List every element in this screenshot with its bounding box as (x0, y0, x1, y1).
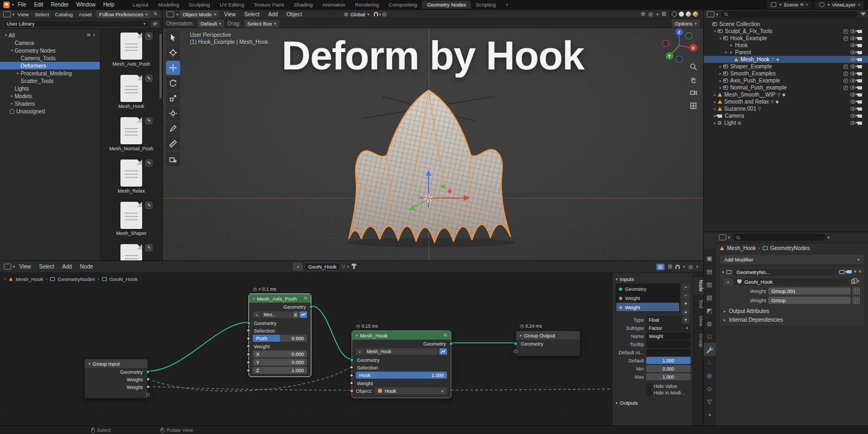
hide-eye-icon[interactable] (850, 100, 856, 104)
pan-view-icon[interactable] (688, 75, 698, 85)
transform-orientation-dropdown[interactable]: ◍ Global▾ (341, 10, 373, 18)
section-internal-dependencies[interactable]: ▸ Internal Dependencies (719, 315, 864, 324)
asset-browser-editor-icon[interactable] (3, 11, 11, 17)
tab-object-data-icon[interactable]: ▽ (704, 395, 716, 408)
max-field[interactable]: 1.000 (646, 373, 691, 380)
add-workspace-button[interactable]: + (501, 1, 514, 9)
clear-object-icon[interactable]: × (441, 388, 444, 394)
move-gizmo[interactable] (385, 164, 477, 219)
asset-menu-view[interactable]: View (15, 11, 31, 17)
socket-geometry-out[interactable] (146, 370, 150, 374)
import-method-dropdown[interactable]: Follow Preferences▾ (96, 10, 151, 18)
disable-render-icon[interactable] (858, 72, 862, 75)
socket-geometry-out[interactable] (309, 305, 313, 309)
add-modifier-button[interactable]: Add Modifier▾ (720, 255, 864, 264)
outliner-row-camera[interactable]: ▸Camera (704, 112, 868, 119)
io-item-geometry[interactable]: Geometry (616, 284, 679, 293)
hide-eye-icon[interactable] (850, 43, 856, 47)
hide-value-checkbox[interactable] (646, 384, 652, 389)
sidebar-tab-node[interactable]: Node (693, 277, 704, 295)
socket-virtual[interactable] (146, 393, 150, 397)
tool-add-primitive[interactable] (166, 152, 180, 166)
browse-nodetree-icon[interactable]: ▾ (293, 263, 303, 271)
select-menu[interactable]: Select (240, 11, 263, 17)
outliner-row-mesh-smooth-wip[interactable]: ▸Mesh_Smooth__WIP ▽ ◆ (704, 91, 868, 98)
hide-eye-icon[interactable] (850, 36, 856, 40)
proportional-editing-icon[interactable]: ◎ (382, 11, 387, 17)
collapse-chevron-icon[interactable]: ▾ (520, 334, 522, 337)
outputs-section-header[interactable]: ▾Outputs (616, 400, 691, 406)
show-render-icon[interactable] (847, 270, 852, 273)
unlink-nodetree-icon[interactable]: × (857, 279, 860, 284)
workspace-tab-geometry-nodes[interactable]: Geometry Nodes (422, 1, 471, 9)
node-menu-node[interactable]: Node (76, 264, 97, 270)
disable-render-icon[interactable] (858, 122, 862, 125)
object-field[interactable]: Hook × (375, 387, 447, 394)
disable-render-icon[interactable] (858, 93, 862, 97)
snap-chevron-icon[interactable]: ▾ (683, 265, 685, 269)
modifier-panel-header[interactable]: ▾ GeometryNo... ▾ × (719, 267, 864, 277)
menu-render[interactable]: Render (47, 2, 73, 8)
outliner-row-light[interactable]: ▸Light ◍ (704, 119, 868, 126)
asset-mesh-normal-push[interactable]: ✎ Mesh_Normal_Push (100, 117, 162, 159)
nodetree-name-field[interactable]: GeoN_Hook (304, 263, 340, 271)
disable-render-icon[interactable] (858, 58, 862, 61)
socket-object-in[interactable] (350, 389, 354, 393)
exclude-checkbox-icon[interactable]: ✓ (844, 65, 848, 69)
snap-chevron-icon[interactable]: ▾ (379, 12, 381, 16)
push-slider[interactable]: Push0.500 (253, 335, 307, 342)
viewlayer-unlink-icon[interactable]: × (858, 3, 860, 7)
tab-physics-icon[interactable]: ◎ (704, 369, 716, 382)
blender-logo-icon[interactable] (3, 2, 10, 8)
workspace-tab-compositing[interactable]: Compositing (384, 1, 422, 9)
exclude-checkbox-icon[interactable]: ✓ (844, 72, 848, 76)
edit-asset-icon[interactable]: ✎ (151, 10, 160, 18)
move-up-button[interactable]: ▴ (682, 308, 690, 315)
workspace-tab-modeling[interactable]: Modeling (153, 1, 184, 9)
add-menu[interactable]: Add (264, 11, 282, 17)
filter-chevron-icon[interactable]: ▾ (828, 235, 830, 239)
snap-magnet-icon[interactable] (675, 265, 680, 269)
attribute-toggle-icon[interactable] (853, 288, 860, 295)
outliner-row-sculpt-fix-tools[interactable]: ▾Sculpt_&_Fix_Tools ✓ (704, 28, 868, 35)
collapse-chevron-icon[interactable]: ▾ (253, 297, 255, 301)
light-data-icon[interactable]: ◍ (738, 121, 742, 125)
asset-menu-select[interactable]: Select (32, 11, 52, 17)
shading-wireframe-icon[interactable] (672, 11, 677, 17)
catalog-item-models[interactable]: ▸Models (0, 92, 100, 100)
orientation-dropdown[interactable]: Default▾ (197, 20, 225, 28)
node-snap-grid-icon[interactable]: ⊞ (668, 264, 672, 270)
unlink-icon[interactable]: × (347, 265, 349, 269)
disable-render-icon[interactable] (858, 79, 862, 82)
modifier-name-field[interactable]: GeometryNo... (733, 269, 838, 276)
tab-object-icon[interactable]: □ (704, 330, 716, 343)
fake-user-icon[interactable]: ⛉ (342, 265, 345, 269)
asset-mesh-hook[interactable]: ✎ Mesh_Hook (100, 75, 162, 117)
y-value-field[interactable]: Y0.000 (253, 359, 307, 366)
shading-rendered-icon[interactable] (693, 11, 698, 17)
catalog-item-procedural-modeling[interactable]: ▸Procedural_Modeling (0, 69, 100, 77)
min-field[interactable]: 0.000 (646, 365, 691, 372)
viewport-3d[interactable]: ▾ Object Mode▾ View Select Add Object ◍ … (163, 10, 703, 260)
scene-selector[interactable]: ▾ Scene ⧉ × (767, 1, 812, 9)
menu-help[interactable]: Help (99, 2, 118, 8)
tab-output-icon[interactable]: ▥ (704, 278, 716, 291)
tool-annotate[interactable] (166, 122, 180, 136)
catalog-item-deformers[interactable]: Deformers (0, 62, 100, 69)
disable-render-icon[interactable] (858, 114, 862, 118)
weight-value-field[interactable]: Group (768, 297, 851, 304)
default-attribute-field[interactable] (646, 349, 691, 356)
section-output-attributes[interactable]: ▸ Output Attributes (719, 307, 864, 315)
outliner-row-smooth-and-relax[interactable]: ▸Smooth and Relax ▽ ◆ (704, 98, 868, 105)
options-dropdown[interactable]: Options▾ (672, 20, 700, 28)
hide-eye-icon[interactable] (850, 50, 856, 54)
tool-measure[interactable] (166, 137, 180, 151)
catalog-item-all[interactable]: ▾ All ⊞ + (0, 31, 100, 39)
hide-eye-icon[interactable] (850, 58, 856, 61)
tool-select-box[interactable] (166, 30, 180, 44)
refresh-library-icon[interactable]: ⟳ (151, 20, 159, 28)
socket-geometry-out[interactable] (449, 342, 453, 346)
view-menu[interactable]: View (220, 11, 240, 17)
tab-modifiers-icon[interactable] (704, 343, 716, 356)
path-object[interactable]: Mesh_Hook (16, 276, 43, 282)
